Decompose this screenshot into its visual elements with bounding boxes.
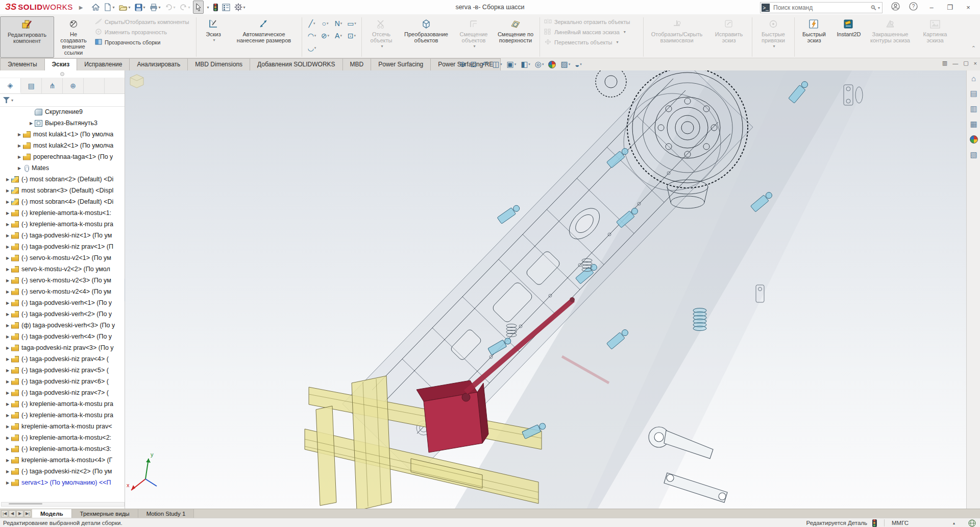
tree-item[interactable]: ▶ (-) taga-podveski-niz prav<7> ( — [0, 387, 125, 398]
tree-item[interactable]: ▶ (-) taga-podveski-niz prav<1> (П — [0, 241, 125, 252]
task-pane-icon[interactable]: ▦ — [967, 116, 980, 132]
open-document-button[interactable]: ▾ — [117, 1, 132, 13]
feature-manager-tab[interactable]: ⋔ — [42, 78, 63, 93]
heads-up-icon[interactable]: ◎▾ — [535, 60, 544, 69]
tree-item[interactable]: ▶ poperechnaa-taga<1> (По у — [0, 151, 125, 162]
graphics-viewport[interactable]: x y — [125, 70, 966, 509]
command-tab[interactable]: Элементы — [0, 58, 45, 70]
panel-drag-handle[interactable] — [0, 70, 125, 78]
close-button[interactable]: × — [964, 4, 973, 11]
sketch-entity-button[interactable]: ◠▾ — [305, 30, 318, 42]
expand-arrow-icon[interactable]: ▶ — [4, 481, 11, 485]
interference-traffic-light-icon[interactable] — [212, 1, 219, 13]
expand-arrow-icon[interactable]: ▶ — [4, 323, 11, 328]
task-pane-icon[interactable] — [967, 132, 980, 147]
tree-item[interactable]: Скругление9 — [0, 106, 125, 117]
expand-arrow-icon[interactable]: ▶ — [16, 166, 23, 171]
tree-item[interactable]: ▶ kreplenie-amorta-k-mostu prav< — [0, 421, 125, 432]
doc-close-icon[interactable]: × — [974, 60, 977, 66]
tree-item[interactable]: ▶ (-) servo-k-mostu-v2<1> (По ум — [0, 252, 125, 264]
hide-show-components-button[interactable]: Скрыть/Отобразить компоненты — [95, 17, 192, 26]
sketch-button[interactable]: Эскиз — [199, 16, 228, 58]
doc-minimize-icon[interactable]: — — [952, 60, 958, 66]
tree-item[interactable]: ▶ (-) servo-k-mostu-v2<3> (По ум — [0, 275, 125, 286]
command-search[interactable]: >_ 🔍︎ ▾ — [760, 2, 883, 13]
expand-arrow-icon[interactable]: ▶ — [4, 413, 11, 418]
task-pane-icon[interactable]: ▤ — [967, 86, 980, 101]
quick-snaps-button[interactable]: Быстрые привязки — [754, 16, 792, 58]
search-dropdown-icon[interactable]: ▾ — [878, 6, 880, 10]
expand-arrow-icon[interactable]: ▶ — [4, 177, 11, 182]
auto-dimension-button[interactable]: Автоматическое нанесение размеров — [228, 16, 300, 58]
expand-arrow-icon[interactable]: ▶ — [16, 132, 23, 137]
tree-item[interactable]: ▶ (-) kreplenie-amorta-k-mostu<3: — [0, 443, 125, 454]
redo-button[interactable]: ▾ — [178, 1, 192, 13]
expand-arrow-icon[interactable]: ▶ — [4, 222, 11, 227]
feature-manager-tab[interactable]: ◈ — [0, 78, 21, 93]
feature-manager-tab[interactable]: ▤ — [21, 78, 42, 93]
command-tab[interactable]: Анализировать — [129, 58, 188, 70]
task-pane-icon[interactable]: ⌂ — [967, 70, 980, 86]
heads-up-icon[interactable]: ↶ — [481, 60, 488, 69]
linear-sketch-pattern-button[interactable]: Линейный массив эскиза — [544, 28, 639, 36]
tab-scroll-button[interactable]: ▶ — [16, 510, 23, 517]
print-button[interactable]: ▾ — [148, 1, 162, 13]
tree-item[interactable]: ▶ (-) kreplenie-amorta-k-mostu pra — [0, 410, 125, 421]
search-input[interactable] — [772, 4, 870, 12]
tree-item[interactable]: ▶ (-) taga-podveski-niz prav<6> ( — [0, 376, 125, 387]
tree-item[interactable]: ▶ most kulak2<1> (По умолча — [0, 140, 125, 151]
undo-button[interactable]: ▾ — [163, 1, 177, 13]
tree-item[interactable]: ▶ (-) taga-podveski-niz<1> (По ум — [0, 230, 125, 241]
command-tab[interactable]: Эскиз — [44, 58, 78, 70]
tab-scroll-button[interactable]: ◀ — [9, 510, 16, 517]
heads-up-icon[interactable]: ◒▾ — [575, 60, 582, 69]
expand-arrow-icon[interactable]: ▶ — [4, 188, 11, 193]
expand-arrow-icon[interactable]: ▶ — [4, 278, 11, 283]
expand-arrow-icon[interactable]: ▶ — [4, 267, 11, 272]
edit-component-button[interactable]: Редактировать компонент — [0, 16, 54, 58]
tree-item[interactable]: ▶ (-) taga-podveski-verh<4> (По у — [0, 331, 125, 342]
expand-arrow-icon[interactable]: ▶ — [28, 121, 35, 126]
tree-item[interactable]: ▶ (-) taga-podveski-niz<2> (По ум — [0, 466, 125, 477]
command-tab[interactable]: MBD Dimensions — [187, 58, 250, 70]
tree-horizontal-scrollbar[interactable] — [1, 502, 125, 507]
tree-filter[interactable]: ▾ — [0, 94, 125, 107]
tree-item[interactable]: ▶ (-) taga-podveski-verh<1> (По у — [0, 297, 125, 308]
new-document-button[interactable]: ▾ — [103, 1, 116, 13]
tree-item[interactable]: ▶ (-) most sobran<2> (Default) <Di — [0, 174, 125, 185]
restore-button[interactable]: ❐ — [945, 4, 954, 11]
command-tab[interactable]: Power Surfacing — [371, 58, 431, 70]
settings-gear-button[interactable]: ▾ — [233, 1, 247, 13]
tab-scroll-buttons[interactable]: |◀◀▶▶| — [0, 509, 32, 518]
assembly-transparency-button[interactable]: Прозрачность сборки — [95, 38, 192, 46]
expand-arrow-icon[interactable]: ▶ — [4, 469, 11, 474]
repair-sketch-button[interactable]: Исправить эскиз — [708, 16, 750, 58]
offset-entities-button[interactable]: Смещение объектов — [454, 16, 494, 58]
sketch-entity-button[interactable]: A▾ — [332, 30, 345, 42]
heads-up-icon[interactable] — [548, 61, 556, 68]
tree-item[interactable]: ▶ most sobran<3> (Default) <Displ — [0, 185, 125, 196]
expand-arrow-icon[interactable]: ▶ — [4, 211, 11, 215]
sketch-entity-button[interactable]: ○▾ — [318, 17, 332, 30]
expand-arrow-icon[interactable]: ▶ — [4, 391, 11, 395]
expand-arrow-icon[interactable]: ▶ — [4, 256, 11, 260]
expand-arrow-icon[interactable]: ▶ — [16, 155, 23, 159]
expand-arrow-icon[interactable]: ▶ — [4, 379, 11, 384]
heads-up-icon[interactable]: ⊡ — [471, 60, 477, 69]
feature-manager-tab[interactable]: ⊕ — [63, 78, 84, 93]
heads-up-icon[interactable]: ◧▾ — [521, 60, 530, 69]
tree-item[interactable]: ▶ servo-k-mostu-v2<2> (По умол — [0, 264, 125, 275]
offset-on-surface-button[interactable]: Смещение по поверхности — [494, 16, 537, 58]
tree-item[interactable]: ▶ (-) most sobran<4> (Default) <Di — [0, 196, 125, 207]
select-tool-button[interactable] — [193, 1, 204, 14]
document-tab[interactable]: Трехмерные виды — [72, 509, 138, 518]
document-tab[interactable]: Модель — [32, 509, 72, 518]
tree-item[interactable]: ▶ (-) kreplenie-amorta-k-mostu pra — [0, 219, 125, 230]
command-tab[interactable]: Добавления SOLIDWORKS — [250, 58, 343, 70]
expand-arrow-icon[interactable]: ▶ — [4, 424, 11, 429]
account-icon[interactable] — [891, 2, 900, 12]
tree-item[interactable]: ▶ (-) taga-podveski-verh<2> (По у — [0, 308, 125, 320]
tree-item[interactable]: ▶ most kulak1<1> (По умолча — [0, 129, 125, 140]
expand-arrow-icon[interactable]: ▶ — [4, 368, 11, 373]
expand-arrow-icon[interactable]: ▶ — [4, 334, 11, 339]
